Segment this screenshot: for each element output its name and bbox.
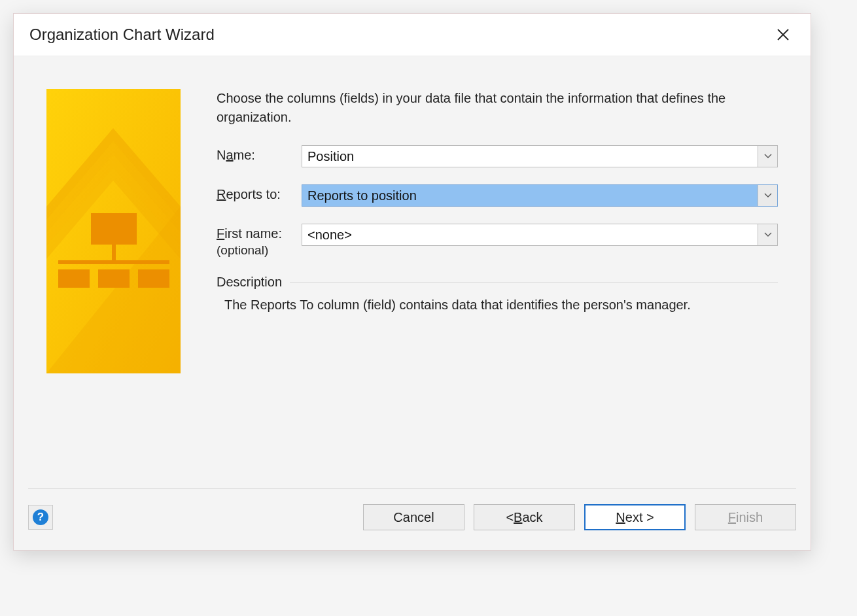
first-name-dropdown-value: <none> — [302, 224, 758, 245]
help-button[interactable]: ? — [28, 505, 53, 530]
form-area: Choose the columns (fields) in your data… — [217, 89, 778, 488]
reports-to-row: Reports to: Reports to position — [217, 184, 778, 207]
reports-to-dropdown-button[interactable] — [758, 185, 777, 206]
first-name-dropdown[interactable]: <none> — [302, 224, 778, 246]
svg-rect-8 — [58, 260, 169, 264]
svg-rect-10 — [98, 269, 130, 288]
description-title: Description — [217, 275, 282, 290]
footer: ? Cancel < Back Next > Finish — [14, 488, 811, 550]
titlebar: Organization Chart Wizard — [14, 14, 811, 56]
footer-buttons: ? Cancel < Back Next > Finish — [28, 504, 796, 530]
svg-rect-6 — [91, 213, 137, 245]
first-name-dropdown-button[interactable] — [758, 224, 777, 245]
description-section: Description The Reports To column (field… — [217, 275, 778, 313]
reports-to-dropdown[interactable]: Reports to position — [302, 184, 778, 207]
close-button[interactable] — [771, 23, 795, 46]
name-label: Name: — [217, 145, 302, 163]
name-row: Name: Position — [217, 145, 778, 167]
close-icon — [777, 28, 790, 41]
chevron-down-icon — [764, 232, 772, 237]
help-icon: ? — [33, 509, 48, 525]
footer-separator — [28, 488, 796, 488]
chevron-down-icon — [764, 193, 772, 198]
description-header: Description — [217, 275, 778, 290]
first-name-label: First name: (optional) — [217, 224, 302, 258]
dialog-title: Organization Chart Wizard — [29, 26, 215, 44]
instruction-text: Choose the columns (fields) in your data… — [217, 89, 778, 127]
chevron-down-icon — [764, 154, 772, 159]
svg-rect-11 — [138, 269, 169, 288]
description-text: The Reports To column (field) contains d… — [217, 298, 778, 313]
wizard-dialog: Organization Chart Wizard — [13, 13, 811, 551]
next-button[interactable]: Next > — [584, 504, 686, 530]
wizard-illustration — [46, 89, 181, 373]
svg-rect-9 — [58, 269, 90, 288]
finish-button: Finish — [695, 504, 796, 530]
svg-rect-7 — [112, 245, 116, 263]
content-area: Choose the columns (fields) in your data… — [14, 56, 811, 488]
name-dropdown-value: Position — [302, 146, 758, 167]
reports-to-dropdown-value: Reports to position — [302, 185, 758, 206]
back-button[interactable]: < Back — [474, 504, 575, 530]
cancel-button[interactable]: Cancel — [363, 504, 464, 530]
first-name-row: First name: (optional) <none> — [217, 224, 778, 258]
name-dropdown[interactable]: Position — [302, 145, 778, 167]
name-dropdown-button[interactable] — [758, 146, 777, 167]
description-divider — [290, 282, 778, 282]
reports-to-label: Reports to: — [217, 184, 302, 202]
